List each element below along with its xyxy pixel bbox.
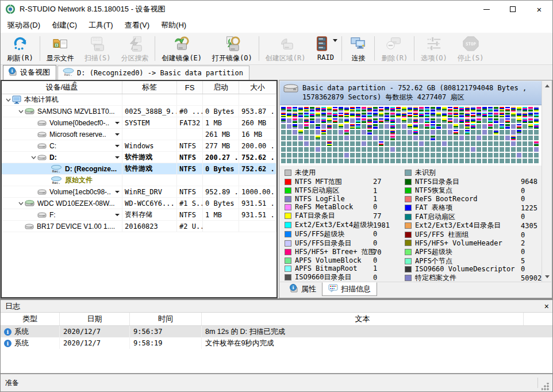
scan-block bbox=[316, 130, 320, 134]
legend-swatch bbox=[405, 205, 412, 211]
scan-block bbox=[379, 124, 383, 129]
row-dropdown-icon[interactable] bbox=[115, 122, 120, 124]
log-close-icon[interactable]: × bbox=[544, 302, 549, 310]
legend-swatch bbox=[285, 170, 291, 176]
row-dropdown-icon[interactable] bbox=[115, 145, 120, 147]
expand-chevron-icon[interactable] bbox=[4, 98, 12, 102]
tree-row[interactable]: 本地计算机 bbox=[2, 94, 276, 106]
partition-search-icon bbox=[125, 34, 144, 53]
log-column-header[interactable]: 时间 bbox=[130, 313, 202, 325]
row-dropdown-icon[interactable] bbox=[115, 133, 120, 136]
log-column-header[interactable]: 文本 bbox=[202, 313, 524, 325]
scan-block bbox=[482, 118, 487, 123]
scan-map[interactable] bbox=[280, 106, 542, 166]
scan-block bbox=[431, 124, 435, 129]
scan-block bbox=[373, 136, 378, 140]
create-image-button[interactable]: 创建镜像(E) bbox=[156, 33, 207, 64]
scroll-up-icon[interactable] bbox=[542, 81, 552, 91]
tree-row[interactable]: Volume{0bedecf0-..SYSTEMFAT321 MB260 MB bbox=[2, 117, 276, 129]
expand-chevron-icon[interactable] bbox=[17, 110, 25, 113]
row-dropdown-icon[interactable] bbox=[115, 214, 120, 216]
show-files-button[interactable]: 显示文件 bbox=[41, 33, 79, 64]
tree-row[interactable]: Volume{1ecb0c98-..WinRE_DRVNTFS952.89 ..… bbox=[2, 186, 276, 198]
tree-row[interactable]: Microsoft reserve..261 MB16 MB bbox=[2, 129, 276, 140]
close-button[interactable]: × bbox=[526, 1, 552, 18]
tree-column-header[interactable]: 设备/磁盘 bbox=[2, 81, 122, 94]
menu-item[interactable]: 查看(V) bbox=[119, 18, 155, 33]
tab-recognized[interactable]: Rec.D: (Recognized0) -> Basic data parti… bbox=[57, 66, 249, 80]
minimize-button[interactable] bbox=[473, 1, 500, 18]
scan-block bbox=[454, 153, 458, 157]
connect-button[interactable]: 连接 bbox=[343, 33, 373, 64]
scan-block bbox=[402, 136, 406, 140]
scan-block bbox=[425, 147, 429, 152]
scan-block bbox=[511, 130, 516, 134]
scan-block bbox=[367, 118, 372, 123]
tree-column-header[interactable]: 标签 bbox=[122, 81, 177, 94]
menu-item[interactable]: 工具(T) bbox=[83, 18, 119, 33]
log-column-header[interactable]: 类型 bbox=[1, 313, 60, 325]
menu-bar: 驱动器(D)创建(C)工具(T)查看(V)帮助(H) bbox=[1, 18, 552, 33]
menu-item[interactable]: 创建(C) bbox=[46, 18, 83, 33]
legend-label: NTFS启动扇区 bbox=[295, 186, 373, 195]
log-date: 2020/12/7 bbox=[60, 326, 130, 337]
tree-column-header[interactable]: 大小 bbox=[239, 81, 276, 94]
tree-row[interactable]: Rec.D: (Recognize...软件游戏NTFS0 Bytes752.6… bbox=[2, 163, 276, 175]
scan-block bbox=[534, 118, 539, 123]
legend-item: ReFS MetaBlock0 bbox=[285, 203, 405, 211]
legend-item: 特定档案文件509021 bbox=[405, 273, 542, 282]
scan-scrollbar[interactable] bbox=[542, 81, 551, 282]
close-icon: × bbox=[537, 5, 542, 14]
raid-button[interactable]: RAID bbox=[310, 33, 340, 64]
fs-cell: #0 ... bbox=[177, 106, 203, 117]
row-dropdown-icon[interactable] bbox=[115, 156, 120, 159]
scan-block bbox=[321, 141, 326, 146]
tree-row[interactable]: F:资料存储NTFS1 MB931.51 ... bbox=[2, 209, 276, 221]
scan-block bbox=[454, 136, 458, 140]
scan-block bbox=[419, 118, 424, 123]
tab-scan-info[interactable]: 扫描信息 bbox=[322, 282, 377, 296]
tree-column-header[interactable]: FS bbox=[177, 81, 203, 94]
scan-block bbox=[373, 141, 378, 146]
maximize-button[interactable] bbox=[500, 1, 526, 18]
open-image-button[interactable]: 打开镜像(O) bbox=[207, 33, 258, 64]
scan-block bbox=[442, 141, 447, 146]
tree-row[interactable]: D:软件游戏NTFS200.27 ...752.62 ... bbox=[2, 152, 276, 163]
scan-block bbox=[431, 113, 435, 117]
dropdown-arrow-icon[interactable] bbox=[333, 39, 337, 42]
scan-block bbox=[500, 113, 504, 117]
expand-chevron-icon[interactable] bbox=[29, 156, 37, 159]
scan-block bbox=[477, 153, 481, 157]
legend-label: NTFS目录条目 bbox=[415, 177, 521, 187]
refresh-button[interactable]: 刷新(R) bbox=[2, 33, 39, 64]
tree-row[interactable]: WDC WD10EZEX-08W...WD-WCC6Y6...#1 S...0 … bbox=[2, 198, 276, 209]
expand-chevron-icon[interactable] bbox=[17, 202, 25, 205]
log-column-header[interactable]: 日期 bbox=[60, 313, 130, 325]
tab-device-view[interactable]: i设备视图 bbox=[3, 65, 56, 80]
tree-row[interactable]: BR17 DEVICE V1.00 1....20160823#2 U... bbox=[2, 221, 276, 232]
legend-swatch bbox=[405, 240, 412, 246]
legend-item: APFS超级块0 bbox=[405, 247, 542, 256]
log-row[interactable]: i系统2020/12/79:58:19文件枚举在9秒内完成 bbox=[1, 337, 553, 349]
scan-block bbox=[454, 141, 458, 146]
menu-item[interactable]: 驱动器(D) bbox=[2, 18, 46, 33]
scroll-down-icon[interactable] bbox=[542, 272, 552, 282]
tree-row[interactable]: C:WindowsNTFS277 MB200.00 ... bbox=[2, 140, 276, 152]
tree-row[interactable]: SAMSUNG MZVLB1T0...0025_388B_9...#0 ...0… bbox=[2, 106, 276, 117]
toolbar-button-label: 显示文件 bbox=[47, 53, 74, 63]
legend-item: NTFS启动扇区1 bbox=[285, 186, 405, 195]
scan-block bbox=[494, 107, 498, 112]
legend-item: UFS/FFS目录条目0 bbox=[285, 239, 405, 248]
scan-block bbox=[385, 136, 389, 140]
scan-block bbox=[333, 113, 337, 117]
resize-grip[interactable] bbox=[542, 383, 549, 390]
tree-column-header[interactable]: 启动 bbox=[203, 81, 239, 94]
menu-item[interactable]: 帮助(H) bbox=[155, 18, 192, 33]
legend-item: ISO9660目录条目0 bbox=[285, 272, 405, 282]
log-row[interactable]: i系统2020/12/79:56:378m 12s 的 D: 扫描已完成 bbox=[1, 326, 553, 337]
row-dropdown-icon[interactable] bbox=[115, 191, 120, 193]
tab-properties[interactable]: i属性 bbox=[283, 282, 322, 296]
scan-block bbox=[477, 147, 481, 152]
tree-row[interactable]: Rec.原始文件 bbox=[2, 175, 276, 186]
legend-count: 1 bbox=[373, 264, 405, 272]
